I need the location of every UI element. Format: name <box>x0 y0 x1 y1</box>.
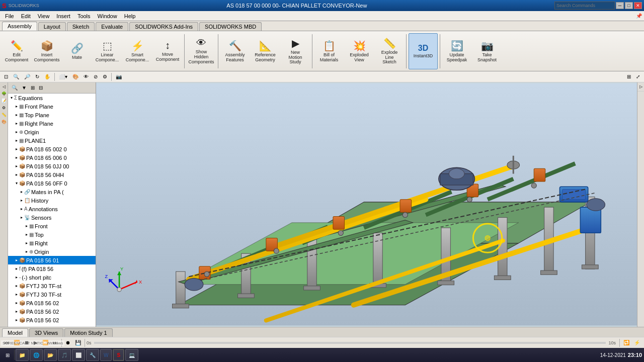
tab-sketch[interactable]: Sketch <box>67 22 95 31</box>
tree-item-pa018-56-02b[interactable]: ▸ 📦 PA 018 56 02 <box>8 307 96 316</box>
menu-tools[interactable]: Tools <box>74 12 94 20</box>
tree-expand-icon[interactable]: ▸ <box>14 292 19 297</box>
property-manager-icon[interactable]: 📝 <box>1 98 8 104</box>
tree-expand-icon[interactable]: ▸ <box>14 301 19 305</box>
anim-speed-button[interactable]: ⚡ <box>632 339 642 346</box>
tree-item-pa018-56-0jj-00[interactable]: ▸ 📦 PA 018 56 0JJ 00 <box>8 162 96 170</box>
tree-item-short-pitch[interactable]: ▸ - (-) short pitc <box>8 273 96 282</box>
taskbar-app4[interactable]: 💻 <box>125 349 138 361</box>
tab-evaluate[interactable]: Evaluate <box>96 22 128 31</box>
menu-window[interactable]: Window <box>95 12 120 20</box>
timeline-track[interactable] <box>94 342 606 344</box>
tree-expand-icon[interactable]: ▸ <box>19 207 24 211</box>
right-panel-toggle[interactable]: ▷ <box>637 82 645 92</box>
tab-assembly[interactable]: Assembly <box>2 22 37 31</box>
mate-button[interactable]: 🔗 Mate <box>62 33 92 69</box>
explode-line-sketch-button[interactable]: 📏 ExplodeLineSketch <box>375 33 404 69</box>
tree-item-pa018-56-01-selected[interactable]: ▸ 📦 PA 018 56 01 <box>8 256 96 264</box>
tree-expand-icon[interactable]: ▸ <box>14 284 19 288</box>
tree-item-pa018-56-0hh[interactable]: ▸ 📦 PA 018 56 0HH <box>8 170 96 179</box>
dimxpert-manager-icon[interactable]: 📏 <box>1 112 8 118</box>
start-button[interactable]: ⊞ <box>2 349 13 361</box>
taskbar-app1[interactable]: 🎵 <box>58 349 71 361</box>
tree-expand-icon[interactable]: ▸ <box>24 241 29 245</box>
anim-record-button[interactable]: ⏺ <box>63 339 72 346</box>
tree-item-pa018-56-02a[interactable]: ▸ 📦 PA 018 56 02 <box>8 299 96 307</box>
view-settings-button[interactable]: ⚙ <box>101 73 109 80</box>
tree-item-plane1[interactable]: ▸ ▦ PLANE1 <box>8 136 96 145</box>
assembly-features-button[interactable]: 🔨 AssemblyFeatures <box>220 33 250 69</box>
minimize-button[interactable]: ─ <box>616 2 624 9</box>
zoom-in-button[interactable]: 🔍 <box>11 73 21 80</box>
tab-layout[interactable]: Layout <box>38 22 66 31</box>
view-expand-button[interactable]: ⤢ <box>634 73 642 80</box>
section-view-button[interactable]: ⊘ <box>92 73 100 80</box>
tree-expand-icon[interactable]: ▸ <box>14 275 19 280</box>
zoom-to-fit-button[interactable]: ⊡ <box>2 73 10 80</box>
tab-model[interactable]: Model <box>2 328 28 337</box>
menu-view[interactable]: View <box>35 12 53 20</box>
panel-toggle-button[interactable]: ◁ <box>2 83 7 90</box>
tree-item-fytj30-tf-st1[interactable]: ▸ 📦 FYTJ 30 TF-st <box>8 282 96 290</box>
move-component-button[interactable]: ↕ MoveComponent <box>153 33 182 69</box>
edit-component-button[interactable]: ✏️ EditComponent <box>2 33 31 69</box>
tree-expand-icon[interactable]: ▸ <box>14 326 19 327</box>
tree-item-front[interactable]: ▸ ▦ Front <box>8 222 96 230</box>
hide-show-button[interactable]: 👁 <box>82 73 91 80</box>
instant3d-button[interactable]: 3D Instant3D <box>409 33 438 69</box>
quick-access-icon[interactable]: 📌 <box>636 13 642 19</box>
anim-loop-button[interactable]: 🔁 <box>621 339 631 346</box>
menu-help[interactable]: Help <box>121 12 139 20</box>
tree-item-right-plane[interactable]: ▸ ▦ Right Plane <box>8 119 96 128</box>
linear-component-button[interactable]: ⬚ LinearCompone... <box>93 33 122 69</box>
tree-item-annotations[interactable]: ▸ A Annotations <box>8 205 96 213</box>
viewport-layout-button[interactable]: ⊞ <box>625 73 633 80</box>
tree-item-equations[interactable]: ▾ Σ Equations <box>8 94 96 102</box>
tree-item-pa018-56-0ff-0[interactable]: ▾ 📦 PA 018 56 0FF 0 <box>8 179 96 188</box>
rotate-button[interactable]: ↻ <box>33 73 41 80</box>
taskbar-app2[interactable]: ⬜ <box>72 349 85 361</box>
taskbar-solidworks[interactable]: S <box>113 349 124 361</box>
show-hidden-button[interactable]: 👁 ShowHiddenComponents <box>187 33 216 69</box>
display-manager-icon[interactable]: 🎨 <box>1 119 8 125</box>
taskbar-explorer[interactable]: 📁 <box>16 349 29 361</box>
tree-expand-icon[interactable]: ▸ <box>19 190 24 194</box>
feature-tree-icon[interactable]: 🌳 <box>1 90 8 97</box>
tree-collapse-button[interactable]: ⊟ <box>37 84 44 91</box>
tree-expand-icon[interactable]: ▸ <box>14 121 19 126</box>
tree-expand-icon[interactable]: ▸ <box>19 198 24 203</box>
tree-expand-button[interactable]: ⊞ <box>29 84 36 91</box>
menu-file[interactable]: File <box>2 12 17 20</box>
tree-expand-icon[interactable]: ▸ <box>14 138 19 143</box>
tree-item-origin2[interactable]: ▸ ⊕ Origin <box>8 247 96 256</box>
taskbar-browser[interactable]: 🌐 <box>30 349 43 361</box>
tree-expand-icon[interactable]: ▸ <box>14 155 19 160</box>
camera-button[interactable]: 📷 <box>114 73 124 80</box>
pan-button[interactable]: ✋ <box>42 73 52 80</box>
config-manager-icon[interactable]: ⚙ <box>1 105 7 111</box>
anim-save-button[interactable]: 💾 <box>73 339 83 346</box>
taskbar-folder[interactable]: 📂 <box>44 349 57 361</box>
reference-geometry-button[interactable]: 📐 ReferenceGeometry <box>251 33 280 69</box>
tree-expand-icon[interactable]: ▸ <box>14 164 19 168</box>
tree-item-mates-in-pa[interactable]: ▸ 🔗 Mates in PA ( <box>8 188 96 196</box>
tree-item-f-pa018-56[interactable]: ▸ f (f) PA 018 56 <box>8 264 96 273</box>
new-motion-study-button[interactable]: ▶ NewMotionStudy <box>281 33 310 69</box>
tree-expand-icon[interactable]: ▸ <box>14 147 19 151</box>
tab-motion-study-1[interactable]: Motion Study 1 <box>64 328 112 337</box>
tree-expand-icon[interactable]: ▸ <box>24 224 29 228</box>
tree-item-sensors[interactable]: ▸ 📡 Sensors <box>8 213 96 222</box>
viewport-3d[interactable]: X Y Z <box>96 82 637 327</box>
tree-item-front-plane[interactable]: ▸ ▦ Front Plane <box>8 102 96 111</box>
tab-solidworks-mbd[interactable]: SOLIDWORKS MBD <box>199 22 262 31</box>
tree-expand-icon[interactable]: ▸ <box>14 104 19 109</box>
tree-expand-icon[interactable]: ▸ <box>24 249 29 254</box>
tree-expand-icon[interactable]: ▸ <box>19 215 24 220</box>
display-style-button[interactable]: 🎨 <box>70 73 80 80</box>
take-snapshot-button[interactable]: 📷 TakeSnapshot <box>472 33 502 69</box>
tree-item-pa018-56-02c[interactable]: ▸ 📦 PA 018 56 02 <box>8 316 96 324</box>
menu-edit[interactable]: Edit <box>18 12 34 20</box>
insert-components-button[interactable]: 📦 InsertComponents <box>32 33 61 69</box>
tree-expand-icon[interactable]: ▸ <box>14 318 19 322</box>
tree-item-fytj30-tf-st2[interactable]: ▸ 📦 FYTJ 30 TF-st <box>8 290 96 299</box>
